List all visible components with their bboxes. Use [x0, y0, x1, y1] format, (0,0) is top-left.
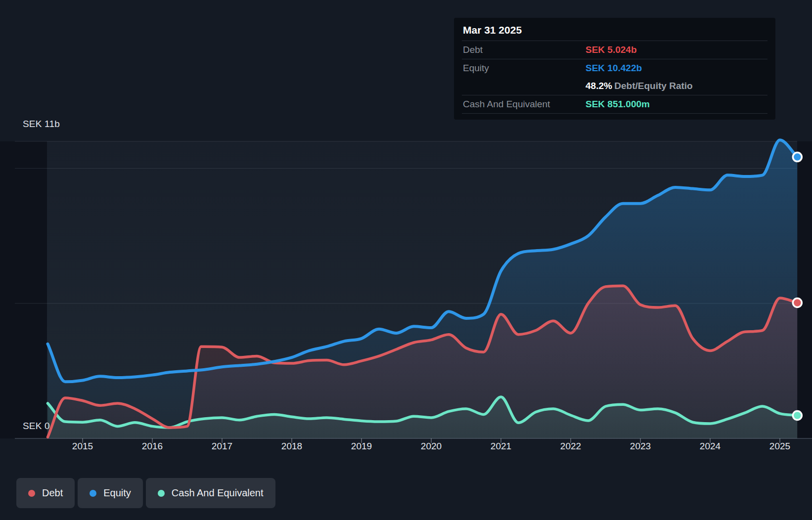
x-axis: 2015201620172018201920202021202220232024… — [0, 441, 812, 454]
legend-equity-label: Equity — [103, 487, 131, 499]
legend-button-debt[interactable]: Debt — [16, 478, 75, 508]
tooltip-equity-value: SEK 10.422b — [586, 63, 642, 74]
chart-legend: Debt Equity Cash And Equivalent — [16, 478, 275, 508]
x-axis-year-label: 2024 — [690, 441, 730, 452]
tooltip-debt-label: Debt — [463, 44, 586, 55]
tooltip-debt-value: SEK 5.024b — [586, 44, 637, 55]
tooltip-ratio-value: 48.2% Debt/Equity Ratio — [586, 81, 693, 91]
x-axis-year-label: 2018 — [272, 441, 312, 452]
x-axis-year-label: 2020 — [411, 441, 451, 452]
y-axis-max-label: SEK 11b — [23, 119, 60, 130]
chart-tooltip: Mar 31 2025 Debt SEK 5.024b Equity SEK 1… — [454, 18, 775, 120]
legend-button-equity[interactable]: Equity — [78, 478, 143, 508]
legend-button-cash[interactable]: Cash And Equivalent — [146, 478, 275, 508]
debt-equity-history-page: SEK 11b SEK 0 20152016201720182019202020… — [0, 0, 812, 520]
x-axis-year-label: 2017 — [202, 441, 242, 452]
tooltip-cash-row: Cash And Equivalent SEK 851.000m — [462, 95, 767, 114]
tooltip-ratio-row: 48.2% Debt/Equity Ratio — [462, 77, 767, 95]
cash-and-equivalent-end-marker — [793, 411, 802, 420]
equity-end-marker — [793, 153, 802, 162]
debt-series-dot-icon — [28, 490, 35, 497]
x-axis-year-label: 2016 — [133, 441, 172, 452]
x-axis-year-label: 2022 — [551, 441, 590, 452]
equity-series-dot-icon — [90, 490, 96, 497]
tooltip-date: Mar 31 2025 — [462, 18, 767, 41]
legend-debt-label: Debt — [42, 487, 63, 499]
x-axis-year-label: 2019 — [342, 441, 381, 452]
debt-end-marker — [793, 299, 802, 307]
y-axis-zero-label: SEK 0 — [23, 421, 50, 432]
legend-cash-label: Cash And Equivalent — [172, 487, 264, 499]
plot-right-margin — [797, 141, 812, 438]
tooltip-cash-label: Cash And Equivalent — [463, 99, 586, 110]
tooltip-equity-label: Equity — [463, 63, 586, 74]
tooltip-debt-row: Debt SEK 5.024b — [462, 41, 767, 59]
x-axis-year-label: 2023 — [621, 441, 660, 452]
tooltip-cash-value: SEK 851.000m — [586, 99, 650, 110]
x-axis-year-label: 2015 — [63, 441, 102, 452]
tooltip-equity-row: Equity SEK 10.422b — [462, 59, 767, 77]
x-axis-year-label: 2025 — [760, 441, 800, 452]
plot-left-margin — [0, 141, 47, 438]
cash-series-dot-icon — [158, 490, 165, 497]
x-axis-year-label: 2021 — [481, 441, 521, 452]
